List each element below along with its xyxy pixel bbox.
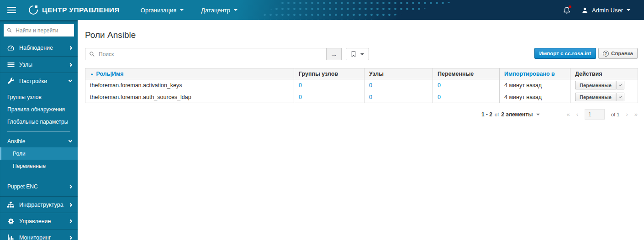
column-role-name[interactable]: ▲Роль|Имя <box>85 68 294 79</box>
sidebar-item-label: Puppet ENC <box>7 183 38 190</box>
sidebar-item-label: Роли <box>13 151 26 157</box>
brand-logo[interactable] <box>29 5 38 15</box>
total-pages-label: of 1 <box>611 112 619 117</box>
chevron-down-icon <box>360 53 364 55</box>
organization-dropdown[interactable]: Организация <box>141 7 184 14</box>
sitemap-icon <box>6 201 15 209</box>
sidebar-item-infrastructure[interactable]: Инфраструктура <box>0 196 78 213</box>
table-row: theforeman.foreman.activation_keys 0 0 0… <box>85 79 638 91</box>
context-nav: Организация Датацентр <box>141 7 238 14</box>
sidebar-item-host-groups[interactable]: Группы узлов <box>0 91 78 103</box>
brand-title: ЦЕНТР УПРАВЛЕНИЯ <box>42 6 120 14</box>
sidebar-search[interactable] <box>4 24 74 37</box>
sidebar-item-label: Группы узлов <box>7 94 42 100</box>
help-button[interactable]: ? Справка <box>598 48 638 59</box>
sidebar-search-input[interactable] <box>15 27 71 34</box>
search-icon <box>85 48 98 60</box>
sort-asc-icon: ▲ <box>90 72 94 76</box>
search-input[interactable] <box>98 48 326 60</box>
location-dropdown[interactable]: Датацентр <box>201 7 238 14</box>
per-page-dropdown[interactable]: 1 - 2 of 2 элементы <box>481 111 540 118</box>
masthead-pattern <box>256 0 461 20</box>
chevron-right-icon <box>69 184 72 188</box>
next-page-button[interactable]: › <box>626 111 628 118</box>
search-icon <box>7 27 12 33</box>
sidebar-item-label: Глобальные параметры <box>7 119 68 125</box>
sidebar-item-label: Узлы <box>19 62 32 68</box>
chevron-down-icon <box>234 9 238 11</box>
submenu-divider <box>7 131 70 132</box>
hamburger-menu-icon[interactable] <box>7 7 16 13</box>
main-content: Роли Ansible → Импорт с cc.rosa.int ? Сп… <box>78 20 644 240</box>
action-dropdown-toggle[interactable] <box>616 81 624 89</box>
host-groups-link[interactable]: 0 <box>299 82 302 89</box>
role-name-cell: theforeman.foreman.activation_keys <box>85 79 294 91</box>
row-action-split-button: Переменные <box>575 93 624 101</box>
chevron-down-icon <box>69 139 72 142</box>
table-header-row: ▲Роль|Имя Группы узлов Узлы Переменные И… <box>85 68 638 79</box>
imported-at-cell: 4 минут назад <box>500 91 570 103</box>
masthead: ЦЕНТР УПРАВЛЕНИЯ Организация Датацентр A… <box>0 0 644 20</box>
variables-action-button[interactable]: Переменные <box>575 93 616 101</box>
sidebar-item-ansible-variables[interactable]: Переменные <box>0 160 78 172</box>
notification-badge <box>569 5 572 9</box>
sidebar-item-label: Ansible <box>7 138 25 145</box>
wrench-icon <box>6 78 15 85</box>
sidebar-item-discovery-rules[interactable]: Правила обнаружения <box>0 103 78 115</box>
chevron-down-icon <box>619 95 622 98</box>
column-imported-at[interactable]: Импортировано в <box>500 68 570 79</box>
variables-link[interactable]: 0 <box>438 94 441 100</box>
bookmark-dropdown-button[interactable] <box>346 48 369 60</box>
column-host-groups[interactable]: Группы узлов <box>294 68 364 79</box>
chevron-down-icon <box>627 9 630 11</box>
sidebar-item-administer[interactable]: Управление <box>0 213 78 229</box>
sidebar-item-ansible-roles[interactable]: Роли <box>0 147 78 160</box>
of-word: of <box>495 112 499 117</box>
chevron-right-icon <box>69 63 72 66</box>
current-page-input[interactable] <box>585 109 605 120</box>
chevron-right-icon <box>69 203 72 206</box>
sidebar-item-label: Правила обнаружения <box>7 106 65 113</box>
column-variables[interactable]: Переменные <box>433 68 500 79</box>
pagination-nav: « ‹ of 1 › » <box>566 109 638 120</box>
sidebar-item-label: Переменные <box>13 163 46 169</box>
notifications-button[interactable] <box>563 6 570 14</box>
variables-action-button[interactable]: Переменные <box>575 81 616 89</box>
bar-chart-icon <box>6 234 15 240</box>
prev-page-button[interactable]: ‹ <box>576 111 578 118</box>
search-submit-button[interactable]: → <box>326 48 341 60</box>
hosts-link[interactable]: 0 <box>369 82 372 89</box>
column-hosts[interactable]: Узлы <box>364 68 433 79</box>
first-page-button[interactable]: « <box>566 111 570 118</box>
imported-at-cell: 4 минут назад <box>500 79 570 91</box>
question-circle-icon: ? <box>603 51 609 57</box>
organization-label: Организация <box>141 7 176 14</box>
row-action-split-button: Переменные <box>575 81 624 89</box>
list-icon <box>6 61 15 68</box>
action-dropdown-toggle[interactable] <box>616 93 624 101</box>
masthead-right: Admin User <box>563 6 644 14</box>
user-menu[interactable]: Admin User <box>581 7 630 14</box>
gear-icon <box>6 218 15 225</box>
last-page-button[interactable]: » <box>634 111 638 118</box>
table-row: theforeman.foreman.auth_sources_ldap 0 0… <box>85 91 638 103</box>
items-total: 2 элементы <box>501 111 533 118</box>
user-label: Admin User <box>592 7 623 14</box>
sidebar-item-puppet-enc[interactable]: Puppet ENC <box>0 180 78 193</box>
help-label: Справка <box>611 51 633 56</box>
sidebar-item-monitoring[interactable]: Мониторинг <box>0 229 78 240</box>
sidebar-item-global-parameters[interactable]: Глобальные параметры <box>0 115 78 128</box>
chevron-down-icon <box>180 9 184 11</box>
sidebar-item-monitor[interactable]: Наблюдение <box>0 40 78 56</box>
sidebar-item-ansible[interactable]: Ansible <box>0 135 78 147</box>
sidebar-item-configure[interactable]: Настройки <box>0 73 78 89</box>
sidebar-item-hosts[interactable]: Узлы <box>0 56 78 73</box>
sidebar-item-label: Инфраструктура <box>19 202 63 208</box>
host-groups-link[interactable]: 0 <box>299 94 302 100</box>
variables-link[interactable]: 0 <box>438 82 441 89</box>
hosts-link[interactable]: 0 <box>369 94 372 100</box>
pagination: 1 - 2 of 2 элементы « ‹ of 1 › » <box>85 109 638 120</box>
items-range: 1 - 2 <box>481 111 492 118</box>
import-button[interactable]: Импорт с cc.rosa.int <box>534 48 596 59</box>
sidebar: Наблюдение Узлы Настройки Группы узлов П… <box>0 20 78 240</box>
